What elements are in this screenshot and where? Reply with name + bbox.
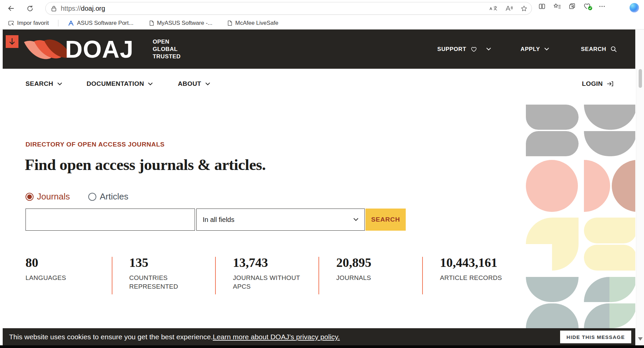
copilot-icon[interactable]: [630, 3, 639, 12]
chevron-down-icon: [486, 48, 491, 51]
subnav-documentation-label: DOCUMENTATION: [87, 80, 144, 88]
field-select-value: In all fields: [203, 216, 235, 224]
window-bottom-edge: [0, 345, 644, 348]
chevron-down-icon: [353, 218, 358, 221]
search-icon: [610, 46, 617, 52]
stat-label: ARTICLE RECORDS: [440, 274, 509, 282]
bookmarks-separator: [58, 20, 58, 26]
site-header: DOAJ OPEN GLOBAL TRUSTED SUPPORT APPLY S…: [3, 30, 635, 69]
asus-icon: [68, 20, 74, 26]
articles-radio[interactable]: [88, 193, 96, 201]
refresh-icon[interactable]: [24, 3, 36, 14]
chevron-down-icon: [148, 82, 153, 85]
bookmark-label: ASUS Software Port...: [77, 20, 133, 26]
stat-journals-without-apcs: 13,743 JOURNALS WITHOUT APCS: [233, 255, 302, 291]
subnav-documentation[interactable]: DOCUMENTATION: [87, 69, 153, 99]
browser-toolbar: https://doaj.org: [0, 0, 644, 30]
back-icon[interactable]: [5, 3, 17, 14]
more-options-icon[interactable]: [598, 3, 606, 10]
translate-icon[interactable]: [489, 5, 498, 12]
stat-article-records: 10,443,161 ARTICLE RECORDS: [440, 255, 509, 282]
url-host: doaj.org: [81, 5, 105, 12]
lock-icon[interactable]: [51, 5, 57, 12]
chevron-down-icon: [205, 82, 210, 85]
nav-apply[interactable]: APPLY: [521, 30, 549, 69]
stat-label: JOURNALS WITHOUT APCS: [233, 274, 302, 291]
favorite-star-icon[interactable]: [521, 5, 528, 12]
chevron-down-icon: [57, 82, 62, 85]
chevron-down-icon: [544, 48, 549, 51]
stat-value: 13,743: [233, 255, 302, 270]
login-label: LOGIN: [582, 80, 603, 88]
read-aloud-icon[interactable]: [505, 5, 513, 12]
privacy-policy-link[interactable]: Learn more about DOAJ’s privacy policy.: [213, 333, 340, 341]
stat-divider: [215, 257, 216, 294]
subnav: SEARCH DOCUMENTATION ABOUT LOGIN: [3, 69, 635, 99]
subnav-search-label: SEARCH: [26, 80, 53, 88]
scroll-down-button[interactable]: [6, 35, 18, 48]
scrollbar-thumb[interactable]: [639, 69, 642, 88]
stat-countries: 135 COUNTRIES REPRESENTED: [129, 255, 198, 291]
subnav-about-label: ABOUT: [178, 80, 201, 88]
import-favorites-icon: [8, 20, 14, 26]
url-scheme: https://: [61, 5, 81, 12]
doaj-logo-icon[interactable]: [29, 35, 69, 64]
nav-search-label: SEARCH: [581, 46, 606, 53]
bookmark-label: McAfee LiveSafe: [235, 20, 279, 26]
url-text[interactable]: https://doaj.org: [61, 5, 105, 12]
address-bar[interactable]: https://doaj.org: [45, 2, 532, 15]
articles-radio-label[interactable]: Articles: [100, 191, 128, 202]
bookmark-myasus[interactable]: MyASUS Software -...: [149, 20, 212, 26]
page-icon: [149, 20, 154, 26]
search-type-radios: Journals Articles: [26, 191, 129, 202]
bookmark-asus-portal[interactable]: ASUS Software Port...: [68, 20, 133, 26]
stat-label: COUNTRIES REPRESENTED: [129, 274, 198, 291]
stat-label: JOURNALS: [336, 274, 405, 282]
bookmark-label: Impor favorit: [17, 20, 49, 26]
nav-support-label: SUPPORT: [437, 46, 466, 53]
stat-divider: [112, 257, 112, 294]
stat-value: 20,895: [336, 255, 405, 270]
page-scrollbar[interactable]: [636, 30, 644, 345]
journals-radio[interactable]: [26, 193, 34, 201]
collections-icon[interactable]: [568, 3, 576, 10]
bookmark-import-favorites[interactable]: Impor favorit: [8, 20, 49, 26]
browser-essentials-icon[interactable]: [583, 3, 591, 10]
subnav-about[interactable]: ABOUT: [178, 69, 210, 99]
login-link[interactable]: LOGIN: [582, 69, 613, 99]
page-kicker: DIRECTORY OF OPEN ACCESS JOURNALS: [26, 141, 165, 148]
hide-message-button[interactable]: HIDE THIS MESSAGE: [560, 331, 631, 343]
bookmark-label: MyASUS Software -...: [157, 20, 212, 26]
scrollbar-down-arrow[interactable]: [638, 337, 643, 341]
journals-radio-label[interactable]: Journals: [37, 191, 70, 202]
nav-apply-label: APPLY: [521, 46, 540, 53]
logo-wordmark[interactable]: DOAJ: [65, 34, 134, 65]
cookie-text: This website uses cookies to ensure you …: [9, 333, 213, 341]
split-screen-icon[interactable]: [538, 3, 546, 10]
stat-divider: [422, 257, 423, 294]
tagline-trusted: TRUSTED: [153, 53, 181, 60]
search-button[interactable]: SEARCH: [365, 209, 406, 231]
stat-label: LANGUAGES: [26, 274, 94, 282]
logo-tagline: OPEN GLOBAL TRUSTED: [153, 38, 181, 60]
stat-languages: 80 LANGUAGES: [26, 255, 94, 282]
stat-divider: [318, 257, 319, 294]
nav-support[interactable]: SUPPORT: [437, 30, 491, 69]
stat-value: 80: [26, 255, 94, 270]
stat-value: 135: [129, 255, 198, 270]
bookmarks-bar: Impor favorit ASUS Software Port... MyAS…: [0, 17, 644, 29]
nav-search[interactable]: SEARCH: [581, 30, 617, 69]
stat-value: 10,443,161: [440, 255, 509, 270]
doaj-page: DOAJ OPEN GLOBAL TRUSTED SUPPORT APPLY S…: [3, 30, 635, 348]
subnav-search[interactable]: SEARCH: [26, 69, 62, 99]
page-title: Find open access journals & articles.: [25, 156, 266, 174]
arrow-down-icon: [9, 38, 15, 45]
search-input[interactable]: [26, 209, 195, 231]
field-select[interactable]: In all fields: [196, 209, 365, 231]
bookmark-mcafee[interactable]: McAfee LiveSafe: [227, 20, 279, 26]
favorites-bar-icon[interactable]: [553, 3, 561, 10]
page-icon: [227, 20, 233, 26]
tagline-open: OPEN: [153, 38, 181, 46]
cookie-banner: This website uses cookies to ensure you …: [3, 328, 635, 345]
heart-icon: [470, 46, 477, 52]
